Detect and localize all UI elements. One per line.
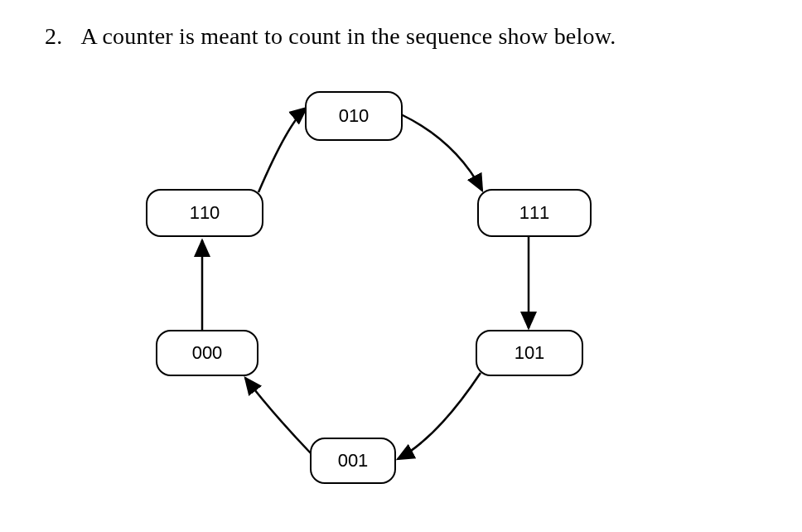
state-000: 000 xyxy=(156,330,258,376)
arrow-101-001 xyxy=(398,373,481,459)
question-line: 2.A counter is meant to count in the seq… xyxy=(45,23,616,50)
state-diagram: 010 110 111 000 101 001 xyxy=(108,83,655,514)
question-body: A counter is meant to count in the seque… xyxy=(80,23,616,49)
state-label: 010 xyxy=(339,105,370,127)
state-101: 101 xyxy=(476,330,583,376)
arrow-110-010 xyxy=(258,108,307,192)
state-label: 110 xyxy=(190,202,220,224)
state-label: 000 xyxy=(192,342,223,364)
state-110: 110 xyxy=(146,189,263,237)
state-010: 010 xyxy=(305,91,403,141)
state-label: 111 xyxy=(519,202,550,224)
state-label: 001 xyxy=(338,450,369,472)
state-001: 001 xyxy=(310,438,396,484)
arrow-010-111 xyxy=(401,114,482,191)
state-label: 101 xyxy=(515,342,545,364)
question-number: 2. xyxy=(45,23,62,50)
arrow-001-000 xyxy=(245,378,312,454)
state-111: 111 xyxy=(477,189,592,237)
